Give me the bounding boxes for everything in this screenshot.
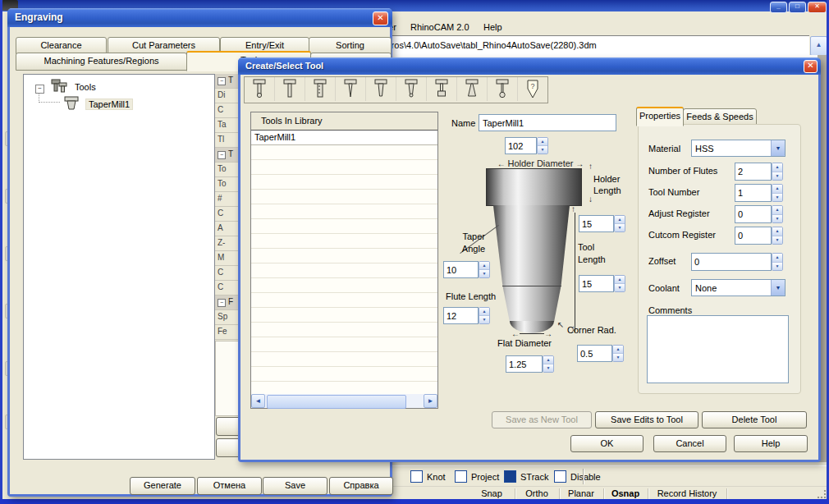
scroll-left-icon[interactable]: ◄ <box>251 394 265 408</box>
adjust-register-spinner[interactable]: ▲▼ <box>735 205 783 223</box>
num-flutes-label: Number of Flutes <box>648 166 717 176</box>
help-button[interactable]: Help <box>734 435 808 452</box>
tools-root-icon <box>50 78 70 96</box>
material-label: Material <box>648 144 680 153</box>
adjust-register-label: Adjust Register <box>648 208 710 218</box>
tool-length-spinner[interactable]: ▲▼ <box>579 275 625 292</box>
scroll-thumb[interactable] <box>267 395 406 409</box>
tool-number-spinner[interactable]: ▲▼ <box>735 184 783 202</box>
spin-buttons[interactable]: ▲▼ <box>537 137 548 154</box>
flute-length-spinner[interactable]: ▲▼ <box>443 307 490 324</box>
tab-clearance[interactable]: Clearance <box>16 37 107 54</box>
holder-length-label: Holder Length <box>593 173 631 196</box>
checkbox-project[interactable]: Project <box>455 470 499 483</box>
library-item-tapermill1[interactable]: TaperMill1 <box>251 131 437 145</box>
flared-mill-icon[interactable] <box>457 77 488 101</box>
taper-angle-spinner[interactable]: ▲▼ <box>443 261 490 278</box>
command-line-text: ceros\4.0\AutoSave\tabl_Rhino4AutoSave(2… <box>382 40 597 50</box>
status-pane-ortho[interactable]: Ortho <box>516 488 557 498</box>
scroll-up-icon[interactable]: ▲ <box>810 36 827 56</box>
status-pane-snap[interactable]: Snap <box>472 488 511 498</box>
corner-rad-label: Corner Rad. <box>567 325 616 335</box>
taper-flat-mill-icon[interactable] <box>366 77 396 101</box>
tool-tree[interactable]: − Tools TaperMill1 <box>23 74 215 460</box>
coolant-label: Coolant <box>648 283 680 293</box>
menu-item-help[interactable]: Help <box>483 22 502 32</box>
lollipop-mill-icon[interactable] <box>488 77 518 101</box>
tab-sorting[interactable]: Sorting <box>309 37 392 54</box>
cutcom-register-label: Cutcom Register <box>648 230 716 240</box>
strack-checkbox-icon[interactable] <box>504 470 516 483</box>
minimize-button[interactable]: _ <box>770 2 787 13</box>
zoffset-spinner[interactable]: ▲▼ <box>691 253 783 271</box>
taper-ball-mill-icon[interactable] <box>396 77 427 101</box>
comments-label: Comments <box>648 305 692 315</box>
tab-properties[interactable]: Properties <box>636 107 684 126</box>
engraving-title: Engraving <box>15 11 63 23</box>
command-history[interactable]: ceros\4.0\AutoSave\tabl_Rhino4AutoSave(2… <box>373 35 809 57</box>
checkbox-knot[interactable]: Knot <box>410 470 446 483</box>
status-pane-planar[interactable]: Planar <box>561 488 602 498</box>
disable-checkbox-icon[interactable] <box>554 470 566 483</box>
coolant-combo[interactable]: ▼ <box>691 279 785 296</box>
rhino-main-window: _ □ ✕ der RhinoCAM 2.0 Help ceros\4.0\Au… <box>0 0 829 504</box>
status-pane-record-history[interactable]: Record History <box>649 488 725 498</box>
tab-feeds-speeds[interactable]: Feeds & Speeds <box>683 108 757 126</box>
resize-grip[interactable] <box>818 490 827 499</box>
taper-angle-label: Taper Angle <box>437 231 485 255</box>
material-combo[interactable]: ▼ <box>691 140 785 157</box>
tool-number-label: Tool Number <box>648 187 699 197</box>
project-checkbox-icon[interactable] <box>455 470 467 483</box>
v-mill-icon[interactable] <box>336 77 366 101</box>
checkbox-strack[interactable]: STrack <box>504 470 548 483</box>
tool-dialog-titlebar[interactable]: Create/Select Tool ✕ <box>238 57 821 75</box>
ok-button[interactable]: OK <box>570 435 644 452</box>
chevron-down-icon[interactable]: ▼ <box>771 140 785 156</box>
flat-diameter-spinner[interactable]: ▲▼ <box>506 355 554 373</box>
tree-root-label[interactable]: Tools <box>75 82 96 92</box>
num-flutes-spinner[interactable]: ▲▼ <box>735 163 783 181</box>
status-pane-osnap[interactable]: Osnap <box>605 488 646 498</box>
tool-properties-strip: −T Di C Ta Tl −T To To # C A Z- M C C −F… <box>215 74 240 340</box>
flat-mill-icon[interactable] <box>275 77 305 101</box>
save-button[interactable]: Save <box>263 477 327 495</box>
corner-rad-spinner[interactable]: ▲▼ <box>577 345 624 362</box>
close-icon[interactable]: ✕ <box>804 60 818 73</box>
custom-tool-help-icon[interactable]: ? <box>518 77 547 101</box>
close-button-main[interactable]: ✕ <box>808 2 827 13</box>
help-button-ru[interactable]: Справка <box>329 477 393 495</box>
delete-tool-button[interactable]: Delete Tool <box>702 411 807 428</box>
ball-mill-icon[interactable] <box>245 77 275 101</box>
tool-dialog-title: Create/Select Tool <box>245 61 323 71</box>
maximize-button[interactable]: □ <box>789 2 806 13</box>
shank-diameter-spinner[interactable]: ▲▼ <box>505 137 548 154</box>
comments-textarea[interactable] <box>647 315 789 383</box>
scroll-right-icon[interactable]: ► <box>424 394 437 408</box>
flat-diameter-label: Flat Diameter <box>497 338 552 348</box>
end-mill-icon[interactable] <box>305 77 336 101</box>
chevron-down-icon[interactable]: ▼ <box>771 280 785 296</box>
flute-length-label: Flute Length <box>446 291 496 301</box>
close-icon[interactable]: ✕ <box>373 11 388 25</box>
tool-length-dim-line <box>575 213 575 332</box>
cancel-button-ru[interactable]: Отмена <box>197 477 262 495</box>
tool-name-input[interactable] <box>479 114 616 131</box>
save-edits-to-tool-button[interactable]: Save Edits to Tool <box>595 411 698 428</box>
cancel-button[interactable]: Cancel <box>653 435 726 452</box>
cutcom-register-spinner[interactable]: ▲▼ <box>735 227 783 245</box>
menu-item-rhinocam[interactable]: RhinoCAM 2.0 <box>410 22 469 32</box>
tools-in-library-list[interactable]: Tools In Library TaperMill1 ◄ ► <box>250 112 438 409</box>
holder-length-spinner[interactable]: ▲▼ <box>579 215 625 232</box>
tab-machining-features[interactable]: Machining Features/Regions <box>16 53 187 71</box>
generate-button[interactable]: Generate <box>130 477 195 495</box>
library-hscrollbar[interactable]: ◄ ► <box>251 394 437 408</box>
corner-rad-arrow-icon: ↖ <box>557 320 564 329</box>
flute-line <box>502 286 561 286</box>
knot-checkbox-icon[interactable] <box>410 470 423 483</box>
t-slot-mill-icon[interactable] <box>427 77 457 101</box>
tree-item-tapermill1[interactable]: TaperMill1 <box>85 99 133 110</box>
checkbox-disable[interactable]: Disable <box>554 470 601 483</box>
engraving-titlebar[interactable]: Engraving ✕ <box>7 8 392 27</box>
save-as-new-tool-button[interactable]: Save as New Tool <box>492 411 592 428</box>
holder-diameter-dim: ← Holder Diameter → <box>477 158 604 168</box>
